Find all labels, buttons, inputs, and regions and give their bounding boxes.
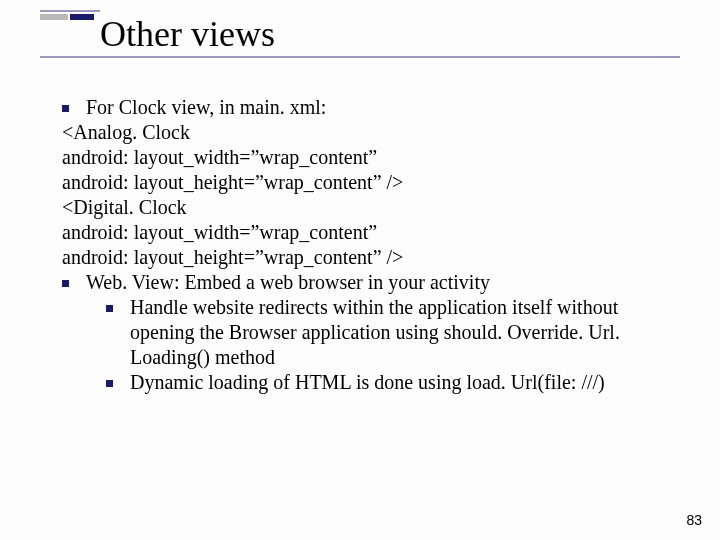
slide-body: For Clock view, in main. xml: <Analog. C… [62,95,672,395]
slide: Other views For Clock view, in main. xml… [0,0,720,540]
bullet-level1: Handle website redirects within the appl… [106,295,672,370]
title-block: Other views [40,10,680,58]
bullet-level0: For Clock view, in main. xml: [62,95,672,120]
bullet-square-icon [106,305,113,312]
bullet-level0: Web. View: Embed a web browser in your a… [62,270,672,295]
bullet-square-icon [62,280,69,287]
page-number: 83 [686,512,702,528]
code-line: android: layout_width=”wrap_content” [62,220,672,245]
code-line: android: layout_height=”wrap_content” /> [62,170,672,195]
bullet-square-icon [106,380,113,387]
slide-title: Other views [100,16,680,54]
code-line: <Digital. Clock [62,195,672,220]
code-line: android: layout_width=”wrap_content” [62,145,672,170]
body-text: Dynamic loading of HTML is done using lo… [130,371,605,393]
title-decoration [40,10,100,20]
body-text: Handle website redirects within the appl… [130,296,620,368]
body-text: For Clock view, in main. xml: [86,96,326,118]
bullet-square-icon [62,105,69,112]
title-underline [40,56,680,58]
code-line: <Analog. Clock [62,120,672,145]
code-line: android: layout_height=”wrap_content” /> [62,245,672,270]
bullet-level1: Dynamic loading of HTML is done using lo… [106,370,672,395]
body-text: Web. View: Embed a web browser in your a… [86,271,490,293]
